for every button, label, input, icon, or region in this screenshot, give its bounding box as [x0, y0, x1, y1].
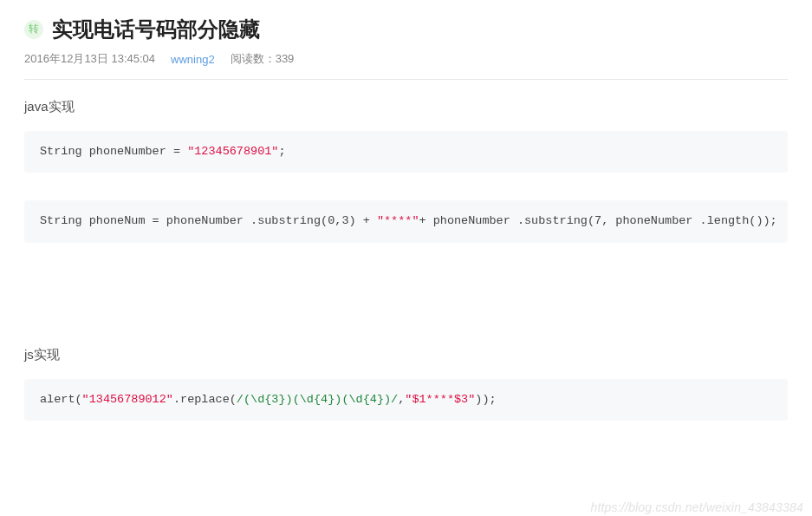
reads-value: 339 — [276, 52, 295, 65]
code-string: "$1****$3" — [405, 393, 475, 406]
repost-badge: 转 — [24, 20, 43, 39]
article-title: 实现电话号码部分隐藏 — [52, 16, 260, 42]
code-block-java-2: String phoneNum = phoneNumber .substring… — [24, 200, 788, 242]
code-number: 7 — [594, 214, 601, 227]
code-text: alert( — [40, 393, 82, 406]
code-regex: /(\d{3})(\d{4})(\d{4})/ — [237, 393, 398, 406]
code-block-java-1: String phoneNumber = "12345678901"; — [24, 131, 788, 173]
section-heading-java: java实现 — [24, 99, 788, 115]
watermark: https://blog.csdn.net/weixin_43843384 — [590, 500, 803, 514]
meta-row: 2016年12月13日 13:45:04 wwning2 阅读数：339 — [24, 51, 788, 67]
article-container: 转 实现电话号码部分隐藏 2016年12月13日 13:45:04 wwning… — [0, 0, 812, 421]
author-link[interactable]: wwning2 — [171, 53, 215, 66]
code-string: "12345678901" — [187, 145, 278, 158]
code-text: + phoneNumber .substring( — [419, 214, 595, 227]
repost-badge-text: 转 — [29, 22, 39, 36]
reads-label: 阅读数： — [231, 52, 276, 65]
read-count: 阅读数：339 — [231, 51, 295, 67]
code-string: "13456789012" — [82, 393, 173, 406]
code-text: .replace( — [173, 393, 237, 406]
code-block-js-1: alert("13456789012".replace(/(\d{3})(\d{… — [24, 379, 788, 421]
code-text: ; — [278, 145, 285, 158]
code-text: String phoneNum = phoneNumber .substring… — [40, 214, 328, 227]
code-string: "****" — [377, 214, 419, 227]
title-row: 转 实现电话号码部分隐藏 — [24, 16, 788, 42]
code-text: ) + — [348, 214, 376, 227]
publish-date: 2016年12月13日 13:45:04 — [24, 51, 155, 67]
code-text: , phoneNumber .length()); — [601, 214, 777, 227]
code-text: )); — [475, 393, 496, 406]
section-heading-js: js实现 — [24, 347, 788, 363]
code-text: String phoneNumber = — [40, 145, 187, 158]
article-body: java实现 String phoneNumber = "12345678901… — [24, 80, 788, 421]
